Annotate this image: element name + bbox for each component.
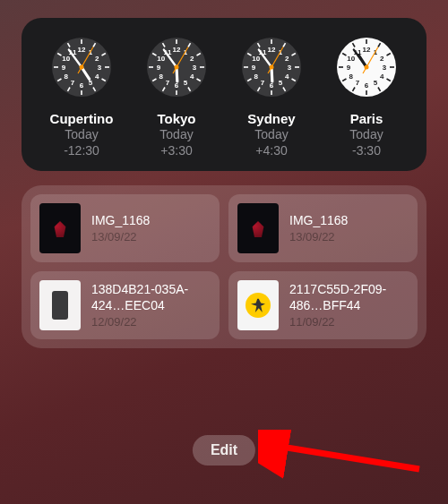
city-name: Sydney xyxy=(247,111,295,127)
svg-text:8: 8 xyxy=(64,73,68,81)
file-thumbnail xyxy=(39,203,81,253)
svg-text:4: 4 xyxy=(285,73,289,81)
edit-button[interactable]: Edit xyxy=(193,435,255,466)
file-name: 138D4B21-035A-424…EEC04 xyxy=(91,282,209,313)
recent-files-widget[interactable]: IMG_1168 13/09/22 IMG_1168 13/09/22 138D… xyxy=(22,185,426,348)
svg-text:4: 4 xyxy=(190,73,194,81)
svg-text:3: 3 xyxy=(193,64,197,72)
svg-text:7: 7 xyxy=(261,79,265,87)
svg-text:8: 8 xyxy=(349,73,353,81)
svg-text:6: 6 xyxy=(80,81,84,90)
file-item[interactable]: IMG_1168 13/09/22 xyxy=(228,194,418,262)
svg-text:3: 3 xyxy=(288,64,292,72)
file-name: IMG_1168 xyxy=(289,213,407,229)
file-thumbnail xyxy=(39,280,81,330)
file-item[interactable]: 138D4B21-035A-424…EEC04 12/09/22 xyxy=(30,271,220,339)
svg-text:3: 3 xyxy=(383,64,387,72)
file-name: 2117C55D-2F09-486…BFF44 xyxy=(289,282,407,313)
file-item[interactable]: IMG_1168 13/09/22 xyxy=(30,194,220,262)
file-date: 12/09/22 xyxy=(91,315,209,329)
svg-text:9: 9 xyxy=(62,64,66,72)
svg-text:5: 5 xyxy=(374,79,378,87)
day-label: Today xyxy=(349,127,383,143)
clock-face-icon: 121234567891011 xyxy=(240,36,303,98)
svg-text:2: 2 xyxy=(95,55,99,63)
svg-text:7: 7 xyxy=(71,79,75,87)
svg-point-57 xyxy=(175,65,179,70)
svg-text:7: 7 xyxy=(356,79,360,87)
world-clock-item: 121234567891011 Tokyo Today +3:30 xyxy=(129,36,224,158)
world-clock-item: 121234567891011 Paris Today -3:30 xyxy=(319,36,414,158)
file-thumbnail xyxy=(237,280,279,330)
clock-face-icon: 121234567891011 xyxy=(335,36,398,98)
file-date: 11/09/22 xyxy=(289,315,407,329)
svg-text:8: 8 xyxy=(159,73,163,81)
svg-text:12: 12 xyxy=(268,46,276,54)
svg-text:9: 9 xyxy=(252,64,256,72)
day-label: Today xyxy=(65,127,98,143)
file-date: 13/09/22 xyxy=(289,230,407,243)
svg-text:5: 5 xyxy=(184,79,188,87)
city-name: Paris xyxy=(350,111,383,127)
svg-text:12: 12 xyxy=(363,46,371,54)
time-offset: +4:30 xyxy=(255,143,287,159)
svg-text:6: 6 xyxy=(365,81,369,90)
file-name: IMG_1168 xyxy=(91,213,209,229)
world-clock-item: 121234567891011 Cupertino Today -12:30 xyxy=(34,36,129,158)
svg-text:7: 7 xyxy=(166,79,170,87)
svg-text:9: 9 xyxy=(157,64,161,72)
time-offset: +3:30 xyxy=(160,143,192,159)
svg-text:2: 2 xyxy=(190,55,194,63)
time-offset: -3:30 xyxy=(352,143,381,159)
city-name: Tokyo xyxy=(157,111,195,127)
file-thumbnail xyxy=(237,203,279,253)
day-label: Today xyxy=(159,127,193,143)
svg-point-28 xyxy=(80,65,84,70)
svg-text:4: 4 xyxy=(95,73,99,81)
day-label: Today xyxy=(254,127,288,143)
city-name: Cupertino xyxy=(50,111,114,127)
svg-point-86 xyxy=(270,65,274,70)
svg-text:5: 5 xyxy=(279,79,283,87)
clock-face-icon: 121234567891011 xyxy=(50,36,113,98)
world-clock-item: 121234567891011 Sydney Today +4:30 xyxy=(224,36,319,158)
file-date: 13/09/22 xyxy=(91,230,209,243)
svg-text:12: 12 xyxy=(78,46,86,54)
svg-text:9: 9 xyxy=(347,64,351,72)
clock-face-icon: 121234567891011 xyxy=(145,36,208,98)
file-item[interactable]: 2117C55D-2F09-486…BFF44 11/09/22 xyxy=(228,271,418,339)
svg-text:2: 2 xyxy=(380,55,384,63)
svg-line-117 xyxy=(276,446,419,469)
svg-text:2: 2 xyxy=(285,55,289,63)
world-clock-widget[interactable]: 121234567891011 Cupertino Today -12:30 1… xyxy=(22,18,426,171)
svg-text:12: 12 xyxy=(173,46,181,54)
svg-text:8: 8 xyxy=(254,73,258,81)
svg-text:4: 4 xyxy=(380,73,384,81)
svg-point-115 xyxy=(365,65,369,70)
time-offset: -12:30 xyxy=(64,143,99,159)
annotation-arrow xyxy=(258,430,437,483)
svg-text:3: 3 xyxy=(98,64,102,72)
